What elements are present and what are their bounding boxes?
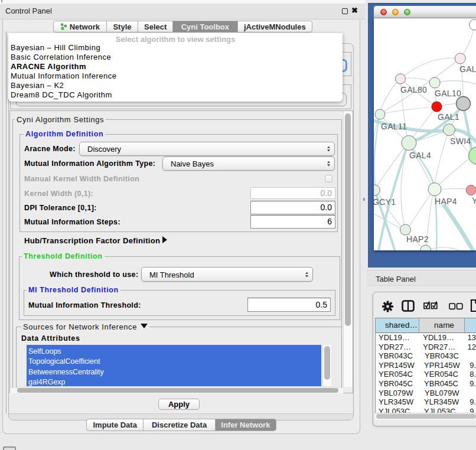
svg-text:HAP2: HAP2 — [406, 234, 429, 244]
svg-text:SWI4: SWI4 — [450, 136, 471, 146]
svg-text:GAL10: GAL10 — [435, 89, 461, 98]
svg-text:GAL4: GAL4 — [409, 151, 431, 160]
svg-text:GAL7: GAL7 — [459, 64, 476, 74]
svg-text:HAP4: HAP4 — [435, 197, 457, 206]
svg-text:GAL80: GAL80 — [400, 85, 427, 94]
svg-text:Y: Y — [472, 196, 476, 206]
svg-text:GCY1: GCY1 — [374, 197, 396, 207]
svg-text:GAL11: GAL11 — [381, 122, 407, 131]
svg-text:GAL1: GAL1 — [438, 112, 459, 122]
